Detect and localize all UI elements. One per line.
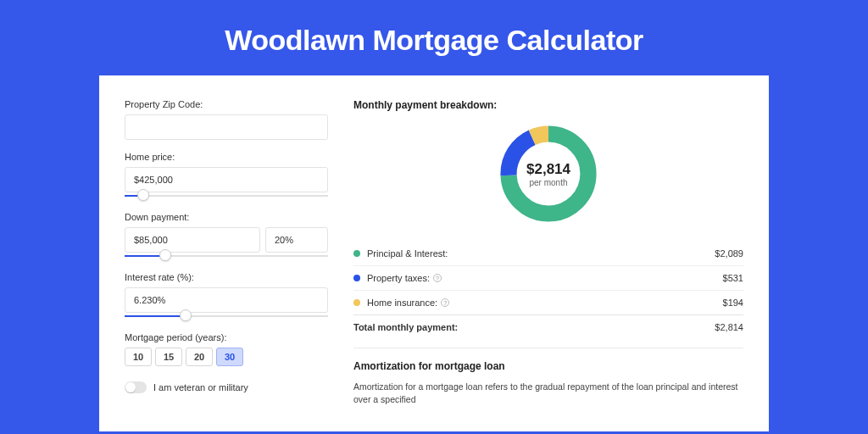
period-option-15[interactable]: 15 [155,348,182,366]
home-price-label: Home price: [125,152,328,162]
interest-group: Interest rate (%): [125,272,328,320]
slider-thumb[interactable] [180,309,192,321]
period-group: Mortgage period (years): 10152030 [125,332,328,366]
amortization-text: Amortization for a mortgage loan refers … [353,381,743,405]
total-row: Total monthly payment: $2,814 [353,314,743,339]
interest-slider[interactable] [125,312,328,320]
total-label: Total monthly payment: [353,322,715,332]
info-icon[interactable]: ? [433,274,442,282]
form-column: Property Zip Code: Home price: Down paym… [125,99,328,431]
veteran-label: I am veteran or military [153,382,248,392]
veteran-toggle[interactable] [125,381,147,393]
principal-color-dot [353,250,360,257]
legend-row-principal: Principal & Interest:$2,089 [353,242,743,265]
period-option-10[interactable]: 10 [125,348,152,366]
interest-label: Interest rate (%): [125,272,328,282]
taxes-color-dot [353,275,360,281]
slider-thumb[interactable] [159,249,171,261]
period-options: 10152030 [125,348,328,366]
zip-label: Property Zip Code: [125,99,328,109]
legend-row-taxes: Property taxes: ?$531 [353,265,743,290]
period-option-20[interactable]: 20 [186,348,213,366]
donut-amount: $2,814 [526,161,570,178]
principal-value: $2,089 [715,248,743,259]
legend-row-insurance: Home insurance: ?$194 [353,290,743,314]
down-payment-amount-input[interactable] [125,227,260,253]
principal-label: Principal & Interest: [367,248,715,259]
donut-chart-wrap: $2,814 per month [353,121,743,226]
amortization-title: Amortization for mortgage loan [353,360,743,372]
home-price-group: Home price: [125,152,328,200]
down-payment-slider[interactable] [125,252,328,260]
calculator-card: Property Zip Code: Home price: Down paym… [99,75,769,431]
down-payment-label: Down payment: [125,212,328,222]
interest-input[interactable] [125,287,328,313]
results-column: Monthly payment breakdown: $2,814 per mo… [353,99,743,431]
info-icon[interactable]: ? [441,298,449,307]
period-label: Mortgage period (years): [125,332,328,342]
breakdown-title: Monthly payment breakdown: [353,99,743,111]
insurance-color-dot [353,299,360,306]
legend: Principal & Interest:$2,089Property taxe… [353,242,743,314]
taxes-value: $531 [723,273,743,283]
zip-input[interactable] [125,114,328,140]
insurance-value: $194 [723,298,743,308]
divider [353,348,743,348]
slider-thumb[interactable] [137,189,149,201]
page-title: Woodlawn Mortgage Calculator [0,0,868,75]
down-payment-pct-input[interactable] [265,227,328,253]
veteran-row: I am veteran or military [125,381,328,393]
taxes-label: Property taxes: ? [367,273,723,283]
home-price-input[interactable] [125,167,328,192]
total-value: $2,814 [715,322,743,332]
insurance-label: Home insurance: ? [367,298,723,308]
donut-chart: $2,814 per month [496,121,601,226]
zip-field-group: Property Zip Code: [125,99,328,140]
down-payment-group: Down payment: [125,212,328,260]
home-price-slider[interactable] [125,192,328,200]
period-option-30[interactable]: 30 [216,348,243,366]
donut-sub: per month [529,178,567,187]
